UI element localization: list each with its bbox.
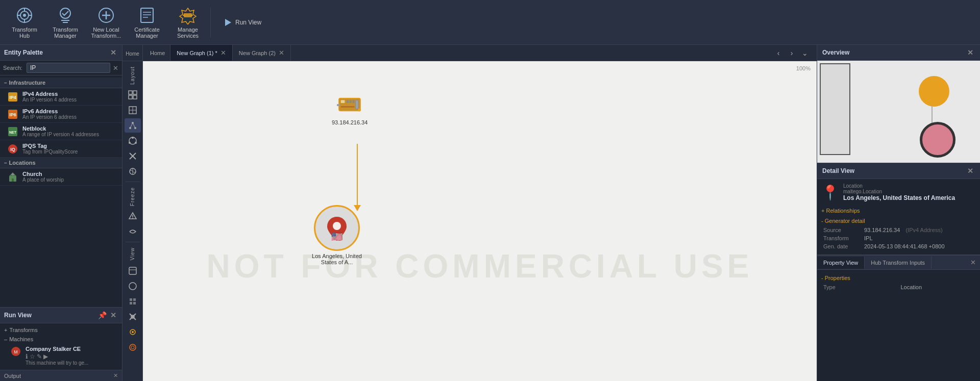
overview-close-button[interactable]: ✕	[966, 48, 975, 57]
machine-item-company-stalker[interactable]: M Company Stalker CE ℹ ☆ ✎ ▶ This machin…	[0, 344, 122, 368]
infrastructure-section-header[interactable]: – Infrastructure	[0, 78, 122, 88]
transform-manager-button[interactable]: Transform Manager	[45, 2, 86, 43]
entity-palette-close-button[interactable]: ✕	[109, 48, 118, 57]
view-btn-5[interactable]	[125, 325, 141, 339]
graph-canvas[interactable]: 100% NOT FOR COMMERCIAL USE	[143, 61, 817, 381]
entity-item-ipqs[interactable]: IQ IPQS Tag Tag from IPQualityScore	[0, 140, 122, 158]
certificate-manager-button[interactable]: Certificate Manager	[127, 2, 167, 43]
graph-tab-2-close[interactable]: ✕	[279, 49, 284, 57]
certificate-manager-icon	[138, 6, 156, 24]
freeze-btn-1[interactable]	[125, 209, 141, 223]
run-view-panel-title: Run View	[4, 312, 32, 319]
overview-header: Overview ✕	[817, 45, 980, 61]
view-btn-6[interactable]	[125, 340, 141, 354]
detail-view-header: Detail View ✕	[817, 163, 980, 179]
manage-services-label: Manage Services	[177, 27, 199, 39]
search-input[interactable]	[27, 63, 110, 73]
svg-point-80	[358, 109, 361, 112]
tab-nav-prev-button[interactable]: ‹	[773, 47, 784, 59]
entity-item-ipv4[interactable]: IP4 IPv4 Address An IP version 4 address	[0, 88, 122, 106]
tab-nav-next-button[interactable]: ›	[786, 47, 797, 59]
netblock-desc: A range of IP version 4 addresses	[22, 132, 99, 137]
machine-info-button[interactable]: ℹ	[26, 353, 28, 360]
layout-btn-3[interactable]	[125, 118, 141, 133]
property-table: Type Location	[821, 283, 976, 291]
machines-section-header[interactable]: – Machines	[0, 335, 122, 344]
overview-panel: Overview ✕	[817, 45, 980, 163]
view-label: View	[130, 245, 135, 263]
layout-btn-4[interactable]	[125, 134, 141, 148]
svg-rect-36	[129, 91, 132, 94]
ipqs-icon: IQ	[7, 143, 18, 155]
transforms-expand-icon: +	[4, 327, 7, 333]
view-btn-1[interactable]	[125, 264, 141, 278]
graph-home-button[interactable]: Home	[145, 45, 170, 61]
svg-text:M: M	[14, 349, 18, 354]
tab-nav-menu-button[interactable]: ⌄	[799, 47, 811, 59]
detail-view-close-button[interactable]: ✕	[966, 166, 975, 175]
svg-rect-33	[11, 174, 14, 175]
layout-btn-2[interactable]	[125, 103, 141, 117]
run-view-close-button[interactable]: ✕	[109, 311, 118, 320]
freeze-btn-2[interactable]	[125, 224, 141, 239]
ip-node-icon	[337, 92, 362, 117]
relationships-header[interactable]: + Relationships	[821, 206, 976, 216]
detail-location-info: Location maltego.Location Los Angeles, U…	[843, 183, 955, 201]
netblock-name: Netblock	[22, 125, 99, 132]
generator-detail-header[interactable]: - Generator detail	[821, 216, 976, 226]
machine-edit-button[interactable]: ✎	[37, 353, 42, 360]
machine-star-button[interactable]: ☆	[30, 353, 35, 360]
main-layout: Entity Palette ✕ Search: ✕ – Infrastruct…	[0, 45, 980, 381]
svg-text:IP6: IP6	[9, 112, 16, 117]
layout-btn-1[interactable]	[125, 88, 141, 102]
graph-tab-1-close[interactable]: ✕	[220, 49, 226, 57]
run-view-panel-header[interactable]: Run View 📌 ✕	[0, 308, 122, 323]
svg-point-51	[135, 142, 137, 144]
entity-item-church[interactable]: Church A place of worship	[0, 168, 122, 186]
machine-run-button[interactable]: ▶	[43, 353, 48, 360]
new-local-transform-button[interactable]: New Local Transform...	[86, 2, 127, 43]
run-view-button[interactable]: Run View	[217, 16, 267, 29]
view-btn-2[interactable]	[125, 279, 141, 293]
netblock-text: Netblock A range of IP version 4 address…	[22, 125, 99, 137]
layout-btn-5[interactable]	[125, 149, 141, 163]
layout-btn-6[interactable]	[125, 164, 141, 179]
overview-canvas[interactable]	[817, 61, 980, 163]
certificate-manager-label: Certificate Manager	[134, 27, 160, 39]
ip-node[interactable]: 93.184.216.34	[332, 92, 368, 125]
svg-point-49	[132, 137, 134, 139]
graph-tab-1[interactable]: New Graph (1) * ✕	[170, 45, 232, 61]
svg-point-7	[60, 8, 70, 18]
property-view-close-button[interactable]: ✕	[966, 256, 980, 269]
transform-hub-button[interactable]: Transform Hub	[4, 2, 45, 43]
entity-item-netblock[interactable]: NET Netblock A range of IP version 4 add…	[0, 123, 122, 140]
hub-transform-inputs-tab[interactable]: Hub Transform Inputs	[865, 257, 932, 269]
transform-label: Transform	[821, 234, 862, 242]
transform-manager-label: Transform Manager	[53, 27, 78, 39]
machines-expand-icon: –	[4, 336, 7, 342]
output-close-button[interactable]: ✕	[113, 372, 118, 379]
view-btn-3[interactable]	[125, 294, 141, 309]
view-btn-4[interactable]	[125, 310, 141, 324]
svg-point-70	[132, 331, 134, 333]
hub-transform-inputs-label: Hub Transform Inputs	[871, 260, 925, 266]
graph-home-label: Home	[150, 50, 165, 56]
location-node-label: Los Angeles, United States of A...	[311, 253, 362, 265]
entity-item-ipv6[interactable]: IP6 IPv6 Address An IP version 6 address	[0, 106, 122, 123]
graph-tab-2[interactable]: New Graph (2) ✕	[233, 45, 291, 61]
svg-rect-38	[129, 95, 132, 99]
search-clear-button[interactable]: ✕	[112, 63, 119, 72]
machine-name: Company Stalker CE	[26, 346, 118, 352]
generator-label: - Generator detail	[821, 218, 865, 224]
properties-section-header[interactable]: - Properties	[821, 274, 976, 283]
property-view-tab[interactable]: Property View	[817, 257, 865, 269]
location-node[interactable]: 🇺🇸 Los Angeles, United States of A...	[311, 205, 362, 265]
locations-collapse-icon: –	[4, 160, 7, 166]
svg-rect-79	[337, 104, 340, 106]
manage-services-button[interactable]: Manage Services	[167, 2, 208, 43]
watermark: NOT FOR COMMERCIAL USE	[207, 247, 753, 285]
locations-section-header[interactable]: – Locations	[0, 158, 122, 168]
transforms-section-header[interactable]: + Transforms	[0, 325, 122, 335]
ipqs-name: IPQS Tag	[22, 143, 78, 149]
freeze-label: Freeze	[130, 185, 135, 208]
